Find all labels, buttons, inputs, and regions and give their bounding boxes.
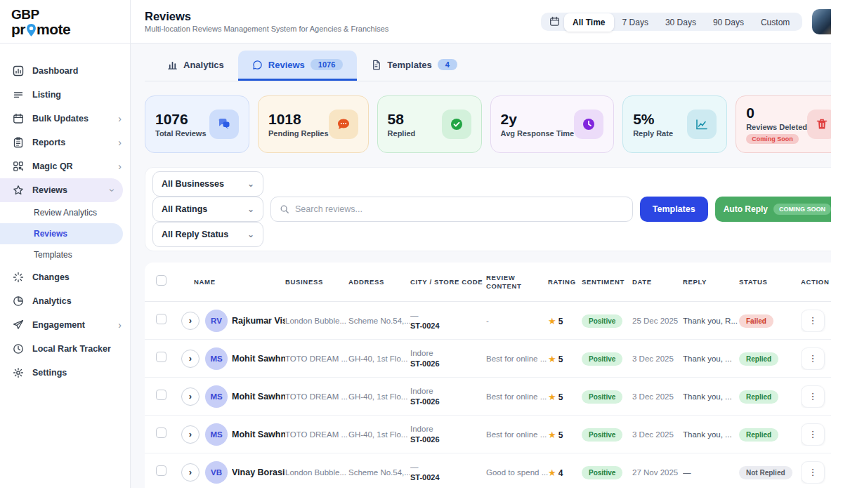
magic-qr-icon xyxy=(13,161,24,172)
sidebar: GBP prmote Dashboard Listing Bulk Update… xyxy=(0,0,131,504)
tab-reviews[interactable]: Reviews 1076 xyxy=(238,51,358,81)
row-actions-menu-button[interactable]: ⋮ xyxy=(801,310,825,332)
row-checkbox[interactable] xyxy=(156,390,166,400)
table-header-row: NAMEBUSINESSADDRESSCITY / STORE CODEREVI… xyxy=(145,263,843,302)
sidebar-item-listing[interactable]: Listing xyxy=(0,83,130,107)
reply-preview: Thank you, ... xyxy=(683,430,739,439)
column-header-reply: REPLY xyxy=(683,278,739,286)
date-filter-30-days[interactable]: 30 Days xyxy=(657,13,705,32)
business-name: TOTO DREAM ... xyxy=(285,392,348,401)
row-checkbox[interactable] xyxy=(156,427,166,438)
sidebar-item-changes[interactable]: Changes xyxy=(0,265,130,289)
table-row: › RV Rajkumar Vis London Bubble... Schem… xyxy=(145,302,843,340)
sidebar-item-reviews[interactable]: Reviews › xyxy=(0,178,123,202)
clock-icon xyxy=(574,110,603,139)
tab-analytics[interactable]: Analytics xyxy=(153,51,238,81)
city-store-code: — ST-0024 xyxy=(410,310,486,331)
business-name: TOTO DREAM ... xyxy=(285,354,348,363)
calendar-icon xyxy=(549,16,560,27)
settings-icon xyxy=(13,367,24,378)
chevron-down-icon: ⌄ xyxy=(247,204,254,214)
table-row: › MS Mohit Sawhn TOTO DREAM ... GH-40, 1… xyxy=(145,378,843,416)
sidebar-subitem-templates[interactable]: Templates xyxy=(0,244,130,265)
expand-row-button[interactable]: › xyxy=(181,350,200,368)
address: Scheme No.54,... xyxy=(348,468,410,477)
sidebar-item-dashboard[interactable]: Dashboard xyxy=(0,59,130,83)
expand-row-button[interactable]: › xyxy=(181,387,200,406)
date-filter-7-days[interactable]: 7 Days xyxy=(614,13,657,32)
sidebar-item-reports[interactable]: Reports › xyxy=(0,131,130,154)
city-store-code: Indore ST-0026 xyxy=(410,386,486,406)
status-badge: Failed xyxy=(739,314,773,328)
row-actions-menu-button[interactable]: ⋮ xyxy=(801,385,825,408)
review-date: 25 Dec 2025 xyxy=(632,317,683,325)
stats-row: 1076 Total Reviews 1018 Pending Replies … xyxy=(145,95,843,153)
business-name: London Bubble... xyxy=(285,317,348,325)
expand-row-button[interactable]: › xyxy=(181,463,200,482)
dashboard-icon xyxy=(13,65,24,77)
row-checkbox[interactable] xyxy=(156,465,166,476)
reply-preview: Thank you, ... xyxy=(683,392,739,401)
tab-count-badge: 1076 xyxy=(311,59,343,70)
tab-templates[interactable]: Templates 4 xyxy=(357,51,471,81)
expand-row-button[interactable]: › xyxy=(181,425,200,444)
sidebar-item-local-rark-tracker[interactable]: Local Rark Tracker xyxy=(0,337,130,361)
search-input[interactable] xyxy=(295,204,624,214)
column-header-business: BUSINESS xyxy=(285,278,348,286)
city-store-code: Indore ST-0026 xyxy=(410,348,486,369)
listing-icon xyxy=(13,89,24,100)
topbar-right: All Time7 Days30 Days90 DaysCustom ⌃⌄ xyxy=(541,9,843,34)
auto-reply-button[interactable]: Auto Reply COMING SOON xyxy=(715,197,839,222)
date-filter-90-days[interactable]: 90 Days xyxy=(705,13,752,32)
stat-card-replied: 58 Replied xyxy=(377,95,482,153)
rating: ★5 xyxy=(548,428,582,441)
sidebar-subitem-reviews[interactable]: Reviews xyxy=(0,223,123,244)
row-checkbox[interactable] xyxy=(156,314,166,324)
stat-label: Replied xyxy=(388,129,416,138)
select-all-checkbox[interactable] xyxy=(156,275,166,286)
row-actions-menu-button[interactable]: ⋮ xyxy=(801,423,825,446)
stat-card-reviews-deleted: 0 Reviews Deleted Coming Soon xyxy=(736,95,843,153)
engagement-icon xyxy=(13,319,24,331)
stat-label: Pending Replies xyxy=(268,129,329,138)
analytics-tab-icon xyxy=(167,60,178,70)
sentiment-badge: Positive xyxy=(582,352,622,366)
review-date: 27 Nov 2025 xyxy=(632,468,683,477)
chevron-right-icon: › xyxy=(118,137,122,148)
column-header-address: ADDRESS xyxy=(348,278,410,286)
table-row: › MS Mohit Sawhn TOTO DREAM ... GH-40, 1… xyxy=(145,340,843,378)
row-checkbox[interactable] xyxy=(156,352,166,362)
column-header-date: DATE xyxy=(632,278,683,286)
chat-bubbles-icon xyxy=(209,110,239,139)
dropdown-all-reply-status[interactable]: All Reply Status ⌄ xyxy=(152,222,263,247)
status-badge: Replied xyxy=(739,428,778,442)
row-actions-menu-button[interactable]: ⋮ xyxy=(801,347,825,370)
templates-tab-icon xyxy=(371,60,381,70)
avatar: MS xyxy=(205,385,228,408)
chat-dots-icon xyxy=(329,110,358,139)
column-header-rating: RATING xyxy=(548,278,582,286)
reviews-tab-icon xyxy=(252,60,263,70)
templates-button[interactable]: Templates xyxy=(640,197,708,222)
chevron-down-icon: ⌄ xyxy=(247,230,254,239)
rating: ★4 xyxy=(548,466,582,479)
rank-tracker-icon xyxy=(13,343,24,354)
reviewer-name: Mohit Sawhn xyxy=(232,430,285,439)
address: GH-40, 1st Flo... xyxy=(348,430,410,439)
sidebar-item-settings[interactable]: Settings xyxy=(0,361,130,385)
sidebar-item-analytics[interactable]: Analytics xyxy=(0,289,130,313)
sidebar-item-magic-qr[interactable]: Magic QR › xyxy=(0,154,130,178)
sidebar-subitem-review-analytics[interactable]: Review Analytics xyxy=(0,202,130,223)
expand-row-button[interactable]: › xyxy=(181,312,200,330)
avatar: VB xyxy=(205,461,228,484)
sidebar-item-bulk-updates[interactable]: Bulk Updates › xyxy=(0,107,130,131)
sidebar-item-engagement[interactable]: Engagement › xyxy=(0,313,130,337)
date-filter-all-time[interactable]: All Time xyxy=(564,13,613,32)
row-actions-menu-button[interactable]: ⋮ xyxy=(801,461,825,484)
date-filter-custom[interactable]: Custom xyxy=(752,13,798,32)
stat-card-total-reviews: 1076 Total Reviews xyxy=(145,95,249,153)
address: GH-40, 1st Flo... xyxy=(348,354,410,363)
star-icon: ★ xyxy=(548,354,556,364)
dropdown-all-ratings[interactable]: All Ratings ⌄ xyxy=(152,197,263,222)
dropdown-all-businesses[interactable]: All Businesses ⌄ xyxy=(152,171,263,197)
